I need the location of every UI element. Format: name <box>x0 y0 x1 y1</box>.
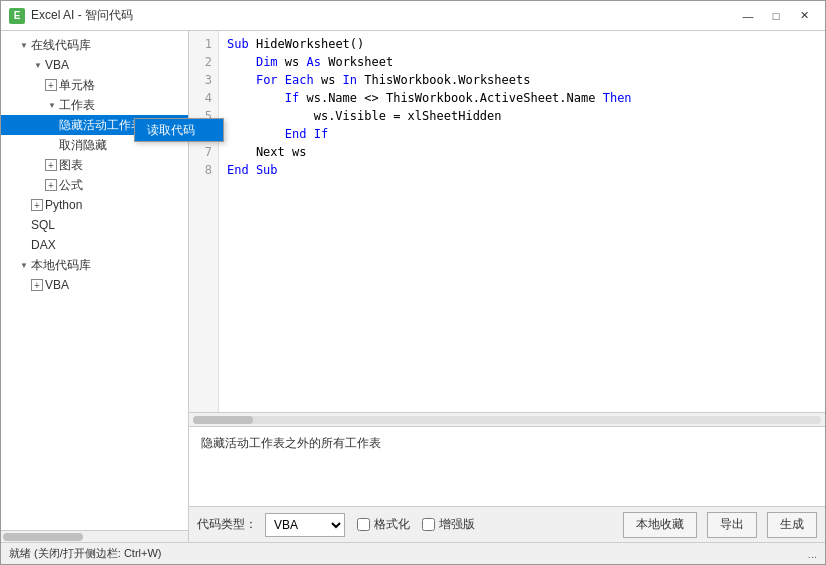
sidebar-item-label: SQL <box>31 218 188 232</box>
title-bar-left: E Excel AI - 智问代码 <box>9 7 133 24</box>
sidebar-item-online-lib[interactable]: 在线代码库 <box>1 35 188 55</box>
horizontal-scrollbar-thumb[interactable] <box>193 416 253 424</box>
code-line-8: End Sub <box>227 161 817 179</box>
expand-icon <box>17 258 31 272</box>
plus-icon: + <box>45 79 57 91</box>
sidebar-tree[interactable]: 在线代码库 VBA + 单元格 工作表 <box>1 31 188 530</box>
code-line-1: Sub HideWorksheet() <box>227 35 817 53</box>
expand-icon <box>17 38 31 52</box>
sidebar-item-label: Python <box>45 198 188 212</box>
code-type-select[interactable]: VBA Python SQL DAX <box>265 513 345 537</box>
sidebar-item-vba[interactable]: VBA <box>1 55 188 75</box>
description-text: 隐藏活动工作表之外的所有工作表 <box>201 436 381 450</box>
export-button[interactable]: 导出 <box>707 512 757 538</box>
line-num-1: 1 <box>189 35 218 53</box>
sidebar-item-label: 公式 <box>59 177 188 194</box>
code-line-4: If ws.Name <> ThisWorkbook.ActiveSheet.N… <box>227 89 817 107</box>
status-bar: 就绪 (关闭/打开侧边栏: Ctrl+W) ... <box>1 542 825 564</box>
horizontal-scrollbar-track[interactable] <box>193 416 821 424</box>
sidebar-item-dax[interactable]: DAX <box>1 235 188 255</box>
sidebar-item-local-vba[interactable]: + VBA <box>1 275 188 295</box>
format-label: 格式化 <box>374 516 410 533</box>
line-num-7: 7 <box>189 143 218 161</box>
expand-icon <box>45 98 59 112</box>
line-num-3: 3 <box>189 71 218 89</box>
status-dots: ... <box>808 548 817 560</box>
sidebar-item-worksheet[interactable]: 工作表 <box>1 95 188 115</box>
sidebar-item-label: 工作表 <box>59 97 188 114</box>
sidebar-item-chart[interactable]: + 图表 <box>1 155 188 175</box>
sidebar-item-label: VBA <box>45 58 188 72</box>
context-menu-item-read-code[interactable]: 读取代码 <box>135 119 223 141</box>
sidebar-item-python[interactable]: + Python <box>1 195 188 215</box>
plus-icon: + <box>31 279 43 291</box>
line-num-4: 4 <box>189 89 218 107</box>
bottom-toolbar: 代码类型： VBA Python SQL DAX 格式化 增强版 本地收藏 导 <box>189 506 825 542</box>
sidebar-scrollbar-area[interactable] <box>1 530 188 542</box>
enhanced-checkbox-group: 增强版 <box>422 516 475 533</box>
enhanced-label: 增强版 <box>439 516 475 533</box>
sidebar-item-local-lib[interactable]: 本地代码库 <box>1 255 188 275</box>
line-num-2: 2 <box>189 53 218 71</box>
context-menu: 读取代码 <box>134 118 224 142</box>
sidebar-scrollbar-thumb[interactable] <box>3 533 83 541</box>
sidebar-item-formula[interactable]: + 公式 <box>1 175 188 195</box>
code-line-6: End If <box>227 125 817 143</box>
sidebar-item-label: 本地代码库 <box>31 257 188 274</box>
expand-icon <box>31 58 45 72</box>
maximize-button[interactable]: □ <box>763 6 789 26</box>
sidebar-item-sql[interactable]: SQL <box>1 215 188 235</box>
minimize-button[interactable]: — <box>735 6 761 26</box>
right-panel: 1 2 3 4 5 6 7 8 Sub HideWorksheet() Dim … <box>189 31 825 542</box>
close-button[interactable]: ✕ <box>791 6 817 26</box>
main-content: 在线代码库 VBA + 单元格 工作表 <box>1 31 825 542</box>
plus-icon: + <box>45 179 57 191</box>
description-area: 隐藏活动工作表之外的所有工作表 <box>189 426 825 506</box>
code-lines[interactable]: Sub HideWorksheet() Dim ws As Worksheet … <box>219 31 825 412</box>
sidebar-item-label: DAX <box>31 238 188 252</box>
code-line-2: Dim ws As Worksheet <box>227 53 817 71</box>
window-controls: — □ ✕ <box>735 6 817 26</box>
code-line-7: Next ws <box>227 143 817 161</box>
plus-icon: + <box>45 159 57 171</box>
app-icon: E <box>9 8 25 24</box>
main-window: E Excel AI - 智问代码 — □ ✕ 在线代码库 VBA <box>0 0 826 565</box>
context-menu-item-label: 读取代码 <box>147 122 195 139</box>
code-area: 1 2 3 4 5 6 7 8 Sub HideWorksheet() Dim … <box>189 31 825 426</box>
sidebar-item-label: 图表 <box>59 157 188 174</box>
sidebar-item-label: 单元格 <box>59 77 188 94</box>
format-checkbox[interactable] <box>357 518 370 531</box>
plus-icon: + <box>31 199 43 211</box>
code-content[interactable]: 1 2 3 4 5 6 7 8 Sub HideWorksheet() Dim … <box>189 31 825 412</box>
sidebar-item-label: VBA <box>45 278 188 292</box>
code-type-label: 代码类型： <box>197 516 257 533</box>
horizontal-scrollbar-area[interactable] <box>189 412 825 426</box>
sidebar-item-cell[interactable]: + 单元格 <box>1 75 188 95</box>
line-num-8: 8 <box>189 161 218 179</box>
sidebar: 在线代码库 VBA + 单元格 工作表 <box>1 31 189 542</box>
code-line-3: For Each ws In ThisWorkbook.Worksheets <box>227 71 817 89</box>
title-bar: E Excel AI - 智问代码 — □ ✕ <box>1 1 825 31</box>
save-button[interactable]: 本地收藏 <box>623 512 697 538</box>
enhanced-checkbox[interactable] <box>422 518 435 531</box>
line-numbers: 1 2 3 4 5 6 7 8 <box>189 31 219 412</box>
status-text: 就绪 (关闭/打开侧边栏: Ctrl+W) <box>9 546 161 561</box>
code-line-5: ws.Visible = xlSheetHidden <box>227 107 817 125</box>
format-checkbox-group: 格式化 <box>357 516 410 533</box>
sidebar-item-label: 在线代码库 <box>31 37 188 54</box>
generate-button[interactable]: 生成 <box>767 512 817 538</box>
window-title: Excel AI - 智问代码 <box>31 7 133 24</box>
